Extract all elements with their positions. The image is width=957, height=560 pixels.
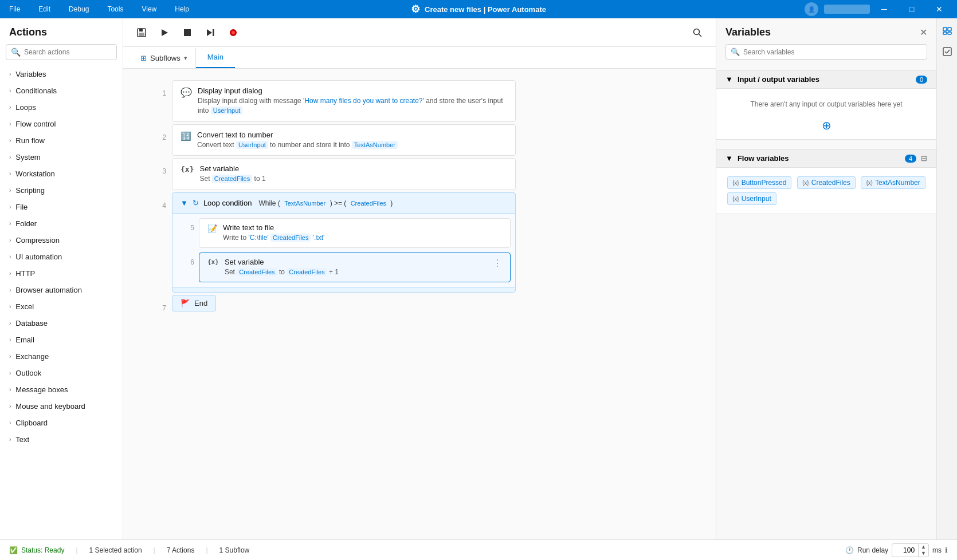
step-2-var2[interactable]: TextAsNumber <box>352 141 398 149</box>
step-more-menu[interactable]: ⋮ <box>493 258 502 269</box>
record-button[interactable] <box>224 23 242 42</box>
sidebar-item-email[interactable]: › Email <box>0 332 123 348</box>
sidebar-item-exchange[interactable]: › Exchange <box>0 348 123 365</box>
step-card-3[interactable]: {x} Set variable Set CreatedFiles to 1 <box>172 158 516 190</box>
variables-search-box[interactable]: 🔍 <box>725 44 927 60</box>
step-desc-2: Convert text UserInput to number and sto… <box>197 140 507 150</box>
step-2-var1[interactable]: UserInput <box>236 141 268 149</box>
input-output-body: There aren't any input or output variabl… <box>716 89 936 140</box>
sidebar-item-excel[interactable]: › Excel <box>0 298 123 315</box>
sidebar-item-mouse-keyboard[interactable]: › Mouse and keyboard <box>0 398 123 415</box>
end-card[interactable]: 🚩 End <box>172 295 216 311</box>
input-output-section-header[interactable]: ▼ Input / output variables 0 <box>716 70 936 89</box>
end-label: End <box>194 299 207 307</box>
menu-file[interactable]: File <box>5 3 25 15</box>
filter-icon[interactable]: ⊟ <box>921 154 927 163</box>
run-delay-input[interactable] <box>892 545 918 555</box>
step-1-var-userinput[interactable]: UserInput <box>211 107 243 115</box>
loop-var1[interactable]: TextAsNumber <box>282 199 328 207</box>
step-card-5[interactable]: 📝 Write text to file Write to 'C:\file' <box>199 218 511 248</box>
sidebar-item-workstation[interactable]: › Workstation <box>0 165 123 182</box>
sidebar-item-message-boxes[interactable]: › Message boxes <box>0 381 123 398</box>
var-icon: {x} <box>802 180 809 186</box>
menu-edit[interactable]: Edit <box>34 3 55 15</box>
menu-tools[interactable]: Tools <box>103 3 128 15</box>
step-5-var1[interactable]: CreatedFiles <box>270 234 311 242</box>
sidebar-item-browser-automation[interactable]: › Browser automation <box>0 282 123 298</box>
loop-end <box>172 287 516 293</box>
chevron-right-icon: › <box>9 270 11 277</box>
right-icons-panel <box>936 18 957 539</box>
chevron-right-icon: › <box>9 403 11 409</box>
sidebar-item-compression[interactable]: › Compression <box>0 232 123 249</box>
var-chip-textasnumber[interactable]: {x} TextAsNumber <box>861 176 925 189</box>
sidebar-item-clipboard[interactable]: › Clipboard <box>0 415 123 431</box>
collapse-loop-icon[interactable]: ▼ <box>181 199 188 207</box>
sidebar-item-flow-control[interactable]: › Flow control <box>0 116 123 132</box>
step-desc-1: Display input dialog with message 'How m… <box>198 96 507 116</box>
sidebar-item-run-flow[interactable]: › Run flow <box>0 132 123 149</box>
sidebar-item-folder[interactable]: › Folder <box>0 215 123 232</box>
step-6-var2[interactable]: CreatedFiles <box>287 268 327 276</box>
step-card-2[interactable]: 🔢 Convert text to number Convert text Us… <box>172 124 516 156</box>
variables-panel-toggle[interactable] <box>939 23 955 39</box>
variables-header: Variables ✕ <box>716 18 936 44</box>
flow-variables-section-header[interactable]: ▼ Flow variables 4 ⊟ <box>716 149 936 168</box>
sidebar-item-variables[interactable]: › Variables <box>0 66 123 82</box>
loop-header[interactable]: ▼ ↻ Loop condition While ( TextAsNumber … <box>172 192 516 214</box>
input-output-count: 0 <box>916 76 927 84</box>
loop-condition: While ( TextAsNumber ) >= ( CreatedFiles… <box>258 199 393 207</box>
step-number-5: 5 <box>177 218 194 232</box>
user-avatar: 👤 <box>805 2 818 16</box>
sidebar-item-outlook[interactable]: › Outlook <box>0 365 123 381</box>
var-chip-userinput[interactable]: {x} UserInput <box>727 192 776 205</box>
step-button[interactable] <box>201 23 219 42</box>
loop-var2[interactable]: CreatedFiles <box>348 199 389 207</box>
maximize-button[interactable]: □ <box>899 0 925 18</box>
chevron-right-icon: › <box>9 71 11 77</box>
empty-vars-message: There aren't any input or output variabl… <box>725 96 927 113</box>
menu-view[interactable]: View <box>137 3 161 15</box>
minimize-button[interactable]: ─ <box>871 0 897 18</box>
tab-main[interactable]: Main <box>196 47 235 68</box>
flow-checker-icon[interactable] <box>939 44 955 60</box>
save-button[interactable] <box>132 23 151 42</box>
menu-debug[interactable]: Debug <box>64 3 93 15</box>
subflows-label: Subflows <box>150 54 181 62</box>
chevron-right-icon: › <box>9 353 11 360</box>
actions-search-box[interactable]: 🔍 <box>6 44 117 60</box>
step-card-1[interactable]: 💬 Display input dialog Display input dia… <box>172 80 516 122</box>
sidebar-item-system[interactable]: › System <box>0 149 123 165</box>
sidebar-item-ui-automation[interactable]: › UI automation <box>0 249 123 265</box>
subflows-button[interactable]: ⊞ Subflows ▾ <box>132 48 196 68</box>
search-variables-input[interactable] <box>743 48 922 56</box>
sidebar-item-loops[interactable]: › Loops <box>0 99 123 116</box>
stop-button[interactable] <box>178 23 197 42</box>
chevron-right-icon: › <box>9 337 11 343</box>
svg-rect-2 <box>139 33 144 36</box>
var-chip-buttonpressed[interactable]: {x} ButtonPressed <box>727 176 791 189</box>
close-button[interactable]: ✕ <box>926 0 952 18</box>
convert-icon: 🔢 <box>181 131 191 141</box>
sidebar-item-http[interactable]: › HTTP <box>0 265 123 282</box>
step-3-var1[interactable]: CreatedFiles <box>212 175 252 183</box>
sidebar-item-database[interactable]: › Database <box>0 315 123 332</box>
variables-close-button[interactable]: ✕ <box>920 27 927 38</box>
run-button[interactable] <box>155 23 174 42</box>
run-delay-down-button[interactable]: ▼ <box>919 550 928 557</box>
run-delay-info-icon[interactable]: ℹ <box>945 546 948 554</box>
sidebar-item-file[interactable]: › File <box>0 199 123 215</box>
sidebar-item-conditionals[interactable]: › Conditionals <box>0 82 123 99</box>
sidebar-item-scripting[interactable]: › Scripting <box>0 182 123 199</box>
step-card-6[interactable]: {x} Set variable Set CreatedFiles <box>199 253 511 282</box>
menu-help[interactable]: Help <box>170 3 194 15</box>
step-6-var1[interactable]: CreatedFiles <box>237 268 277 276</box>
run-delay-up-button[interactable]: ▲ <box>919 544 928 550</box>
step-5-str: 'C:\file' <box>248 234 268 242</box>
canvas-search-button[interactable] <box>688 23 707 42</box>
add-variable-button[interactable]: ⊕ <box>725 119 927 132</box>
var-chip-createdfiles[interactable]: {x} CreatedFiles <box>797 176 856 189</box>
search-actions-input[interactable] <box>24 48 112 56</box>
sidebar-item-text[interactable]: › Text <box>0 431 123 448</box>
step-content-5: Write text to file Write to 'C:\file' Cr… <box>223 223 502 243</box>
